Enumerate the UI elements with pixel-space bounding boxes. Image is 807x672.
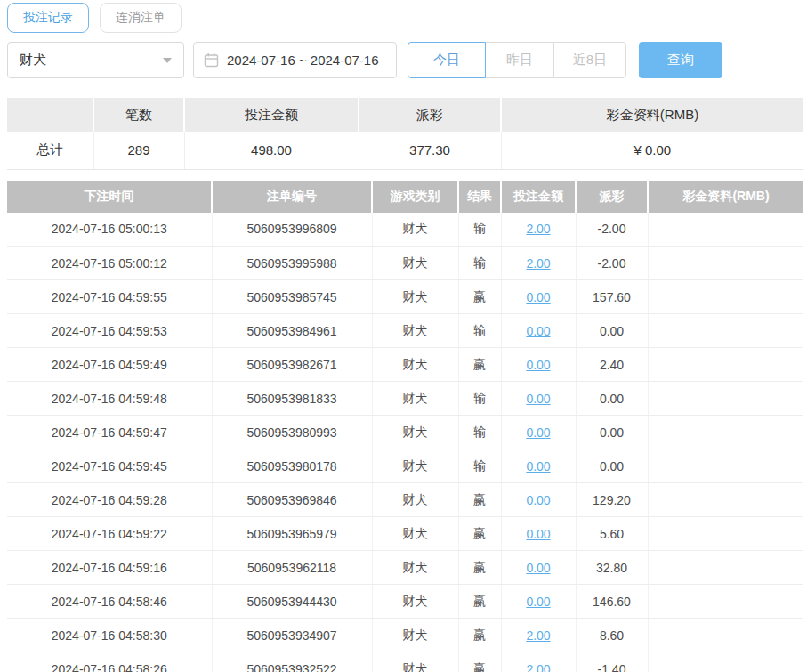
payout-cell: 129.20 — [576, 483, 648, 517]
bet-amount-link[interactable]: 0.00 — [526, 561, 550, 575]
bonus-cell — [648, 652, 803, 672]
bet-amount-link[interactable]: 0.00 — [526, 459, 550, 474]
game-type-cell: 财犬 — [372, 517, 458, 551]
game-type-cell: 财犬 — [372, 416, 458, 449]
order-number-cell: 5060953932522 — [212, 652, 372, 672]
date-range-input[interactable]: 2024-07-16 ~ 2024-07-16 — [193, 42, 397, 78]
table-row: 2024-07-16 04:59:455060953980178财犬输0.000… — [7, 449, 803, 483]
bet-amount-cell: 0.00 — [501, 449, 576, 483]
bet-amount-cell: 0.00 — [501, 551, 576, 585]
bet-time-cell: 2024-07-16 04:58:46 — [7, 585, 212, 619]
order-number-cell: 5060953984961 — [212, 314, 372, 348]
result-cell: 赢 — [458, 348, 501, 382]
bet-amount-link[interactable]: 2.00 — [526, 222, 550, 236]
table-row: 2024-07-16 05:00:135060953996809财犬输2.00-… — [7, 213, 803, 247]
bet-amount-cell: 2.00 — [501, 652, 576, 672]
bonus-cell — [648, 280, 803, 314]
quick-button-today[interactable]: 今日 — [408, 42, 486, 78]
order-number-cell: 5060953965979 — [212, 517, 372, 551]
payout-cell: 32.80 — [576, 551, 648, 585]
bonus-cell — [648, 416, 803, 449]
bet-amount-link[interactable]: 0.00 — [526, 493, 550, 507]
table-row: 2024-07-16 04:59:535060953984961财犬输0.000… — [7, 314, 803, 348]
game-type-cell: 财犬 — [372, 585, 458, 619]
filter-bar: 财犬 2024-07-16 ~ 2024-07-16 今日 昨日 近8日 查询 — [7, 42, 807, 78]
order-number-cell: 5060953996809 — [212, 213, 372, 247]
quick-date-button-group: 今日 昨日 近8日 — [408, 42, 626, 78]
table-row: 2024-07-16 04:58:465060953944430财犬赢0.001… — [7, 585, 803, 619]
date-range-value: 2024-07-16 ~ 2024-07-16 — [227, 53, 379, 68]
bet-amount-link[interactable]: 0.00 — [526, 425, 550, 440]
summary-total-count: 289 — [93, 132, 184, 169]
payout-cell: -2.00 — [576, 213, 648, 247]
result-cell: 赢 — [458, 280, 501, 314]
summary-total-bonus: ¥ 0.00 — [501, 132, 803, 169]
bonus-cell — [648, 449, 803, 483]
bet-time-cell: 2024-07-16 04:59:16 — [7, 551, 212, 585]
quick-button-last8days[interactable]: 近8日 — [553, 42, 626, 78]
bonus-cell — [648, 314, 803, 348]
header-bet-time: 下注时间 — [7, 181, 212, 213]
bet-time-cell: 2024-07-16 04:59:47 — [7, 416, 212, 449]
bonus-cell — [648, 551, 803, 585]
table-row: 2024-07-16 04:59:165060953962118财犬赢0.003… — [7, 551, 803, 585]
bet-amount-cell: 0.00 — [501, 585, 576, 619]
bonus-cell — [648, 517, 803, 551]
game-type-cell: 财犬 — [372, 280, 458, 314]
summary-total-row: 总计 289 498.00 377.30 ¥ 0.00 — [7, 132, 803, 169]
bet-time-cell: 2024-07-16 04:59:53 — [7, 314, 212, 348]
bet-amount-cell: 0.00 — [501, 382, 576, 416]
tab-cancelled-orders[interactable]: 连消注单 — [100, 3, 182, 33]
bet-time-cell: 2024-07-16 05:00:13 — [7, 213, 212, 247]
table-row: 2024-07-16 05:00:125060953995988财犬输2.00-… — [7, 247, 803, 280]
bet-amount-cell: 0.00 — [501, 314, 576, 348]
bet-amount-link[interactable]: 0.00 — [526, 358, 550, 372]
bet-time-cell: 2024-07-16 04:59:22 — [7, 517, 212, 551]
summary-header-row: 笔数 投注金额 派彩 彩金资料(RMB) — [7, 98, 803, 132]
order-number-cell: 5060953934907 — [212, 619, 372, 652]
bet-amount-cell: 0.00 — [501, 416, 576, 449]
summary-header-bonus: 彩金资料(RMB) — [501, 98, 803, 132]
bet-amount-link[interactable]: 0.00 — [526, 392, 550, 406]
bet-time-cell: 2024-07-16 05:00:12 — [7, 247, 212, 280]
payout-cell: 5.60 — [576, 517, 648, 551]
payout-cell: 0.00 — [576, 382, 648, 416]
header-payout: 派彩 — [576, 181, 648, 213]
order-number-cell: 5060953944430 — [212, 585, 372, 619]
bet-amount-link[interactable]: 0.00 — [526, 527, 550, 541]
result-cell: 输 — [458, 382, 501, 416]
bet-amount-link[interactable]: 0.00 — [526, 290, 550, 304]
summary-total-bet-amount: 498.00 — [184, 132, 359, 169]
payout-cell: 2.40 — [576, 348, 648, 382]
bet-amount-link[interactable]: 2.00 — [526, 662, 550, 672]
game-type-cell: 财犬 — [372, 619, 458, 652]
result-cell: 赢 — [458, 483, 501, 517]
summary-table: 笔数 投注金额 派彩 彩金资料(RMB) 总计 289 498.00 377.3… — [7, 98, 803, 170]
result-cell: 赢 — [458, 585, 501, 619]
game-select-value: 财犬 — [20, 52, 46, 69]
order-number-cell: 5060953962118 — [212, 551, 372, 585]
order-number-cell: 5060953995988 — [212, 247, 372, 280]
bet-amount-link[interactable]: 2.00 — [526, 628, 550, 643]
header-order-number: 注单编号 — [212, 181, 372, 213]
tab-betting-records[interactable]: 投注记录 — [7, 3, 89, 33]
bet-amount-link[interactable]: 0.00 — [526, 595, 550, 609]
payout-cell: 0.00 — [576, 449, 648, 483]
quick-button-yesterday[interactable]: 昨日 — [485, 42, 554, 78]
bet-amount-link[interactable]: 0.00 — [526, 324, 550, 338]
result-cell: 赢 — [458, 652, 501, 672]
header-result: 结果 — [458, 181, 501, 213]
order-number-cell: 5060953969846 — [212, 483, 372, 517]
bonus-cell — [648, 619, 803, 652]
game-select[interactable]: 财犬 — [7, 42, 184, 78]
order-number-cell: 5060953982671 — [212, 348, 372, 382]
bet-time-cell: 2024-07-16 04:59:55 — [7, 280, 212, 314]
bet-amount-link[interactable]: 2.00 — [526, 256, 550, 271]
header-bet-amount: 投注金额 — [501, 181, 576, 213]
query-button[interactable]: 查询 — [639, 42, 722, 78]
order-number-cell: 5060953980993 — [212, 416, 372, 449]
result-cell: 输 — [458, 449, 501, 483]
bet-time-cell: 2024-07-16 04:59:48 — [7, 382, 212, 416]
table-row: 2024-07-16 04:59:285060953969846财犬赢0.001… — [7, 483, 803, 517]
game-type-cell: 财犬 — [372, 652, 458, 672]
